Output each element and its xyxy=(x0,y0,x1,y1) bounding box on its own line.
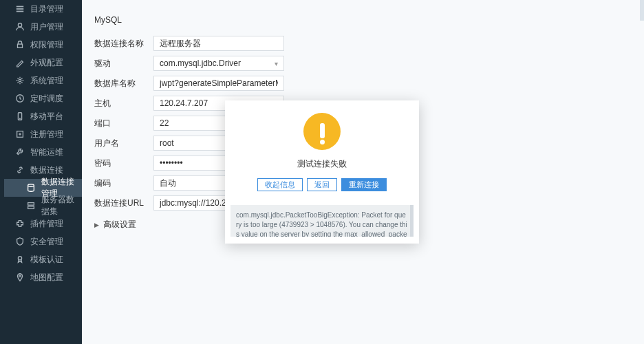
retry-connect-button[interactable]: 重新连接 xyxy=(341,178,387,191)
warning-icon xyxy=(303,113,341,150)
test-connection-modal: 测试连接失败 收起信息 返回 重新连接 com.mysql.jdbc.Packe… xyxy=(225,100,419,244)
modal-message: 测试连接失败 xyxy=(236,158,408,170)
back-button[interactable]: 返回 xyxy=(307,178,337,191)
modal-backdrop: 测试连接失败 收起信息 返回 重新连接 com.mysql.jdbc.Packe… xyxy=(0,0,644,344)
error-detail-box[interactable]: com.mysql.jdbc.PacketTooBigException: Pa… xyxy=(230,205,414,237)
collapse-info-button[interactable]: 收起信息 xyxy=(257,178,303,191)
